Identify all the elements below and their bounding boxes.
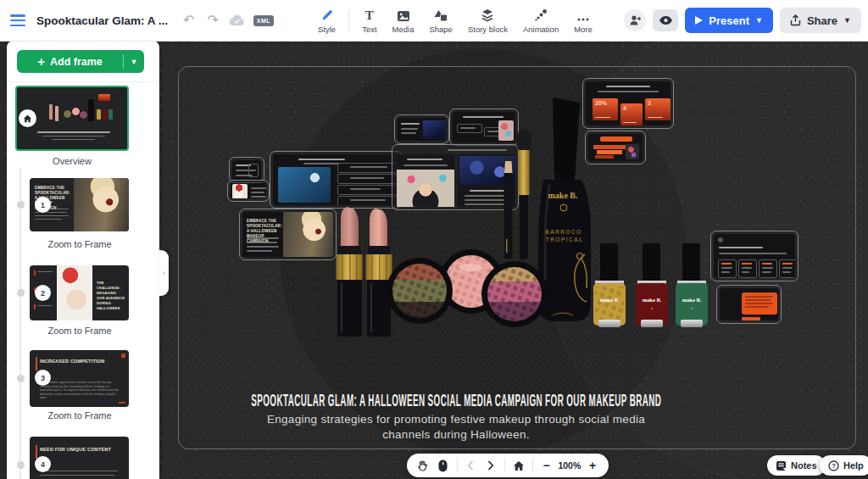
frame-4-number: 4 — [35, 456, 51, 472]
frame-3-label[interactable]: Zoom to Frame — [23, 410, 136, 421]
play-icon — [695, 16, 703, 25]
frame-2-label[interactable]: Zoom to Frame — [23, 326, 136, 336]
pan-hand-tool[interactable] — [414, 455, 432, 476]
frames-sidebar: + Add frame ▼ Overview — [7, 41, 159, 479]
notes-button[interactable]: Notes — [767, 455, 826, 476]
chevron-left-icon — [467, 460, 474, 471]
help-icon: ? — [828, 460, 839, 471]
nail-polish-green: make B. ● — [676, 243, 708, 327]
timeline-dot — [17, 461, 25, 469]
frames-timeline — [19, 168, 21, 479]
notes-icon — [776, 460, 787, 471]
share-icon — [790, 14, 801, 26]
next-step-button[interactable] — [481, 455, 500, 476]
editor-toolbar: Style T Text Media Shape Story block — [310, 0, 600, 41]
story-block-icon — [481, 7, 494, 22]
nail-polish-gold: make B. — [593, 243, 626, 327]
canvas-navigation-toolbar: − 100% + — [407, 454, 609, 477]
undo-button[interactable]: ↶ — [181, 14, 197, 27]
home-icon — [23, 114, 32, 123]
present-button[interactable]: Present ▼ — [685, 8, 773, 33]
preview-button[interactable] — [653, 9, 678, 31]
add-frame-dropdown[interactable]: ▼ — [124, 58, 144, 66]
top-bar: Spooktacular Glam: A ... ↶ ↷ XML Style T… — [0, 0, 868, 42]
svg-text:make B.: make B. — [643, 297, 662, 303]
tool-media[interactable]: Media — [385, 0, 422, 41]
slide-photo — [57, 265, 92, 320]
shape-icon — [434, 7, 448, 22]
timeline-dot — [17, 201, 25, 209]
home-overview-button[interactable] — [509, 455, 528, 476]
timeline-dot — [17, 375, 25, 382]
collaborate-button[interactable] — [624, 9, 646, 31]
zoom-in-button[interactable]: + — [583, 455, 602, 476]
tool-animation[interactable]: Animation — [515, 0, 566, 41]
overview-label[interactable]: Overview — [15, 156, 129, 166]
svg-text:make B.: make B. — [548, 191, 579, 200]
plus-icon: + — [37, 55, 45, 68]
svg-text:?: ? — [832, 462, 836, 470]
mouse-icon — [438, 460, 448, 472]
svg-text:TROPICAL: TROPICAL — [546, 237, 584, 242]
main-menu-icon[interactable] — [10, 14, 25, 26]
svg-text:make B.: make B. — [600, 297, 620, 303]
help-button[interactable]: ? Help — [820, 455, 868, 476]
lipstick-2 — [366, 209, 392, 337]
add-frame-button[interactable]: + Add frame ▼ — [17, 50, 144, 73]
presentation-title[interactable]: Spooktacular Glam: A Halloween Social Me… — [244, 389, 668, 413]
slide-photo — [74, 178, 129, 231]
lipstick-1 — [337, 207, 363, 337]
chevron-left-icon: ‹ — [163, 269, 165, 277]
eyeshadow-compact-olive — [387, 258, 453, 324]
svg-text:make B.: make B. — [682, 297, 702, 303]
media-icon — [397, 7, 410, 22]
makeup-brush — [516, 129, 531, 259]
presentation-subtitle[interactable]: Engaging strategies for promoting festiv… — [244, 412, 668, 442]
timeline-dot — [17, 289, 25, 297]
home-icon — [513, 460, 525, 471]
cloud-saved-icon — [229, 14, 246, 26]
redo-button[interactable]: ↷ — [204, 14, 220, 27]
document-title[interactable]: Spooktacular Glam: A ... — [36, 14, 168, 27]
chevron-right-icon — [487, 460, 494, 471]
style-brush-icon — [320, 7, 334, 22]
eye-icon — [659, 15, 673, 25]
overview-home-badge — [19, 109, 36, 127]
frame-1-number: 1 — [35, 197, 51, 213]
chevron-down-icon: ▼ — [843, 17, 851, 25]
frame-3-number: 3 — [35, 370, 51, 386]
more-icon — [576, 7, 590, 22]
hand-icon — [417, 460, 428, 471]
tool-style[interactable]: Style — [310, 0, 343, 41]
xml-badge: XML — [253, 15, 274, 26]
nail-polish-red: make B. ● — [636, 243, 668, 327]
chevron-down-icon: ▼ — [755, 17, 763, 25]
tool-more[interactable]: More — [566, 0, 600, 41]
previous-step-button[interactable] — [462, 455, 481, 476]
zoom-level[interactable]: 100% — [558, 460, 582, 471]
share-button[interactable]: Share ▼ — [780, 8, 861, 33]
tool-story-block[interactable]: Story block — [460, 0, 515, 41]
animation-icon — [534, 7, 548, 22]
eyeshadow-compact-plum — [481, 261, 548, 327]
frame-2-number: 2 — [35, 285, 51, 301]
tool-shape[interactable]: Shape — [421, 0, 459, 41]
select-mouse-tool[interactable] — [434, 455, 453, 476]
eyeliner-pencil — [504, 154, 513, 259]
tool-text[interactable]: T Text — [354, 0, 384, 41]
svg-text:BARROCO: BARROCO — [545, 229, 581, 235]
zoom-out-button[interactable]: − — [537, 455, 556, 476]
text-icon: T — [365, 7, 374, 22]
sidebar-collapse-handle[interactable]: ‹ — [159, 250, 169, 296]
add-person-icon — [629, 14, 642, 26]
frame-1-label[interactable]: Zoom to Frame — [23, 239, 136, 249]
